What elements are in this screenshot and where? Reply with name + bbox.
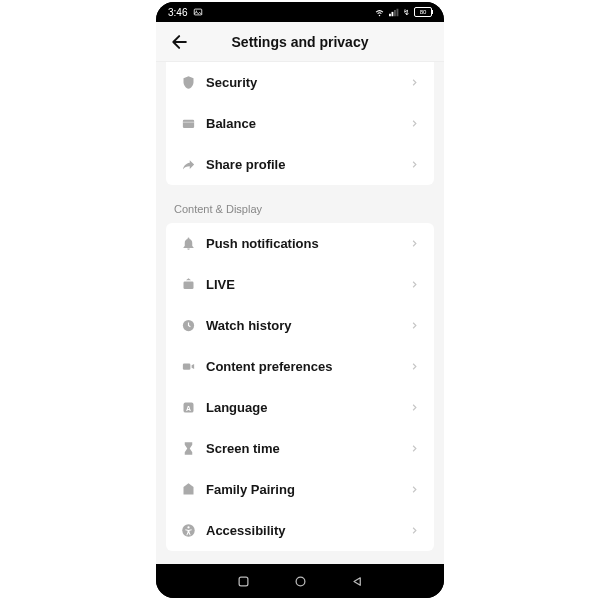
chevron-right-icon	[408, 77, 420, 89]
setting-row-family-pairing[interactable]: Family Pairing	[166, 469, 434, 510]
status-bar: 3:46 ↯ 80	[156, 2, 444, 22]
setting-row-balance[interactable]: Balance	[166, 103, 434, 144]
settings-content[interactable]: Security Balance Share profile Content &…	[156, 62, 444, 564]
chevron-right-icon	[408, 320, 420, 332]
share-icon	[180, 157, 196, 173]
video-icon	[180, 359, 196, 375]
recents-button[interactable]	[235, 572, 253, 590]
balance-icon	[180, 116, 196, 132]
chevron-right-icon	[408, 159, 420, 171]
setting-label: Security	[206, 75, 408, 90]
setting-label: LIVE	[206, 277, 408, 292]
back-system-button[interactable]	[348, 572, 366, 590]
system-nav-bar	[156, 564, 444, 598]
setting-label: Watch history	[206, 318, 408, 333]
setting-row-screen-time[interactable]: Screen time	[166, 428, 434, 469]
svg-point-16	[296, 577, 305, 586]
accessibility-icon	[180, 523, 196, 539]
home-icon	[180, 482, 196, 498]
home-button[interactable]	[291, 572, 309, 590]
header: Settings and privacy	[156, 22, 444, 62]
svg-rect-11	[389, 13, 391, 16]
setting-row-watch-history[interactable]: Watch history	[166, 305, 434, 346]
content-display-section: Push notifications LIVE Watch history Co…	[166, 223, 434, 551]
phone-frame: 3:46 ↯ 80 Settings and privacy	[156, 2, 444, 598]
chevron-right-icon	[408, 484, 420, 496]
charging-icon: ↯	[403, 8, 410, 17]
screen: Settings and privacy Security Balance Sh…	[156, 22, 444, 564]
chevron-right-icon	[408, 525, 420, 537]
status-time: 3:46	[168, 7, 187, 18]
setting-row-language[interactable]: Language	[166, 387, 434, 428]
chevron-right-icon	[408, 279, 420, 291]
hourglass-icon	[180, 441, 196, 457]
setting-label: Screen time	[206, 441, 408, 456]
signal-icon	[389, 8, 399, 17]
live-icon	[180, 277, 196, 293]
setting-label: Share profile	[206, 157, 408, 172]
setting-row-push-notifications[interactable]: Push notifications	[166, 223, 434, 264]
setting-label: Accessibility	[206, 523, 408, 538]
page-title: Settings and privacy	[168, 34, 432, 50]
picture-icon	[193, 7, 203, 17]
security-icon	[180, 75, 196, 91]
setting-row-accessibility[interactable]: Accessibility	[166, 510, 434, 551]
setting-label: Content preferences	[206, 359, 408, 374]
language-icon	[180, 400, 196, 416]
svg-rect-15	[239, 577, 248, 586]
setting-row-content-preferences[interactable]: Content preferences	[166, 346, 434, 387]
svg-rect-14	[397, 8, 399, 16]
setting-label: Language	[206, 400, 408, 415]
setting-row-live[interactable]: LIVE	[166, 264, 434, 305]
chevron-right-icon	[408, 118, 420, 130]
account-section: Security Balance Share profile	[166, 62, 434, 185]
setting-row-share-profile[interactable]: Share profile	[166, 144, 434, 185]
clock-icon	[180, 318, 196, 334]
battery-icon: 80	[414, 7, 432, 17]
setting-label: Balance	[206, 116, 408, 131]
wifi-icon	[374, 8, 385, 17]
setting-label: Family Pairing	[206, 482, 408, 497]
svg-rect-12	[392, 11, 394, 15]
chevron-right-icon	[408, 402, 420, 414]
chevron-right-icon	[408, 361, 420, 373]
setting-row-security[interactable]: Security	[166, 62, 434, 103]
chevron-right-icon	[408, 238, 420, 250]
svg-rect-13	[394, 10, 396, 16]
setting-label: Push notifications	[206, 236, 408, 251]
chevron-right-icon	[408, 443, 420, 455]
section-header: Content & Display	[156, 185, 444, 223]
svg-rect-9	[195, 9, 203, 15]
bell-icon	[180, 236, 196, 252]
